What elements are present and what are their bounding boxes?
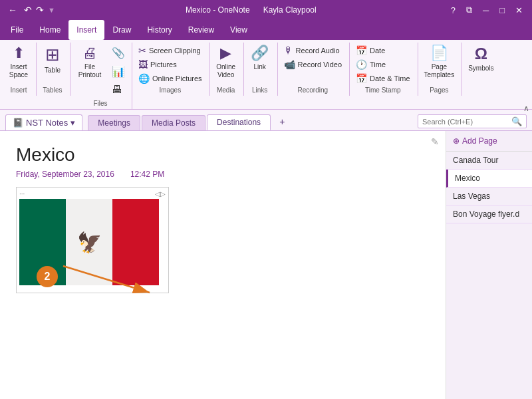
note-area: ✎ Mexico Friday, September 23, 2016 12:4… [0, 131, 446, 399]
images-col: ✂ Screen Clipping 🖼 Pictures 🌐 Online Pi… [135, 43, 205, 85]
online-video-button[interactable]: ▶ OnlineVideo [213, 43, 239, 81]
page-templates-button[interactable]: 📄 PageTemplates [421, 43, 458, 81]
ribbon-group-timestamp: 📅 Date 🕐 Time 📅 Date & Time Time Stamp [350, 43, 418, 96]
title-bar: ← ↶ ↷ ▼ Mexico - OneNote Kayla Claypool … [0, 0, 532, 20]
date-icon: 📅 [356, 45, 367, 56]
ribbon: ⬆ InsertSpace Insert ⊞ Table Tables 🖨 Fi… [0, 40, 532, 110]
title-bar-left: ← ↶ ↷ ▼ [5, 3, 55, 17]
notebook-dropdown-icon: ▾ [70, 118, 75, 128]
annotation-badge: 2 [37, 266, 58, 287]
search-icon: 🔍 [511, 116, 522, 126]
online-pictures-button[interactable]: 🌐 Online Pictures [135, 72, 205, 85]
date-button[interactable]: 📅 Date [352, 44, 414, 57]
maximize-button[interactable]: □ [495, 4, 509, 17]
menu-insert[interactable]: Insert [68, 20, 104, 40]
record-video-button[interactable]: 📹 Record Video [281, 58, 345, 71]
add-page-icon: ⊕ [453, 136, 460, 146]
notebook-icon: 📓 [13, 118, 23, 128]
menu-home[interactable]: Home [31, 20, 68, 40]
images-group-label: Images [135, 85, 205, 96]
online-pictures-icon: 🌐 [138, 73, 150, 84]
spreadsheet-button[interactable]: 📊 [109, 63, 128, 80]
sidebar-page-las-vegas[interactable]: Las Vegas [446, 188, 532, 205]
arrow-annotation [57, 259, 163, 299]
pages-group-label: Pages [421, 85, 458, 96]
ribbon-group-media: ▶ OnlineVideo Media [210, 43, 244, 96]
insert-space-icon: ⬆ [13, 45, 25, 62]
table-button[interactable]: ⊞ Table [39, 43, 66, 76]
note-date: Friday, September 23, 2016 12:42 PM [16, 170, 430, 179]
notebook-label: NST Notes [26, 118, 68, 128]
media-group-label: Media [213, 85, 239, 96]
attach-file-button[interactable]: 📎 [109, 44, 128, 62]
close-button[interactable]: ✕ [511, 4, 527, 17]
minimize-button[interactable]: ─ [479, 4, 493, 17]
link-icon: 🔗 [251, 45, 269, 62]
add-tab-button[interactable]: + [272, 113, 292, 130]
back-button[interactable]: ← [5, 3, 20, 17]
tab-media-posts[interactable]: Media Posts [142, 115, 205, 130]
record-audio-button[interactable]: 🎙 Record Audio [281, 44, 345, 57]
title-bar-controls: ? ⧉ ─ □ ✕ [447, 3, 527, 17]
insert-space-button[interactable]: ⬆ InsertSpace [5, 43, 32, 81]
note-date-text: Friday, September 23, 2016 [16, 170, 114, 179]
microphone-icon: 🎙 [284, 45, 293, 56]
printout-btn2[interactable]: 🖶 [109, 81, 128, 98]
ribbon-group-symbols: Ω Symbols [462, 43, 501, 96]
recording-group-label: Recording [281, 85, 345, 96]
video-icon: ▶ [220, 45, 231, 62]
insert-group-label: Insert [5, 85, 32, 96]
ribbon-collapse-button[interactable]: ∧ [523, 104, 529, 113]
table-icon: ⊞ [45, 45, 60, 65]
tab-meetings[interactable]: Meetings [88, 115, 140, 130]
note-image[interactable]: ··· ◁▷ 🦅 2 [16, 187, 169, 293]
main-area: ✎ Mexico Friday, September 23, 2016 12:4… [0, 131, 532, 399]
sidebar-page-canada-tour[interactable]: Canada Tour [446, 152, 532, 170]
menu-view[interactable]: View [222, 20, 255, 40]
restore-button[interactable]: ⧉ [462, 3, 476, 17]
sidebar-page-mexico[interactable]: Mexico [446, 170, 532, 188]
timestamp-group-label: Time Stamp [352, 85, 414, 96]
notebook-name[interactable]: 📓 NST Notes ▾ [5, 114, 82, 130]
omega-icon: Ω [475, 45, 487, 63]
menu-bar: File Home Insert Draw History Review Vie… [0, 20, 532, 40]
datetime-icon: 📅 [356, 73, 367, 84]
symbols-button[interactable]: Ω Symbols [465, 43, 497, 74]
tables-group-label: Tables [39, 85, 66, 96]
sidebar-page-bon-voyage[interactable]: Bon Voyage flyer.d [446, 205, 532, 223]
menu-review[interactable]: Review [180, 20, 222, 40]
notebook-bar: 📓 NST Notes ▾ Meetings Media Posts Desti… [0, 110, 532, 131]
undo-button[interactable]: ↶ [24, 5, 32, 15]
file-printout-button[interactable]: 🖨 FilePrintout [73, 43, 106, 81]
search-box: 🔍 [418, 114, 527, 128]
menu-file[interactable]: File [3, 20, 31, 40]
clock-icon: 🕐 [356, 59, 367, 70]
attach-col: 📎 📊 🖶 [109, 43, 128, 98]
edit-page-icon[interactable]: ✎ [431, 136, 439, 147]
time-button[interactable]: 🕐 Time [352, 58, 414, 71]
datetime-button[interactable]: 📅 Date & Time [352, 72, 414, 85]
screen-clipping-button[interactable]: ✂ Screen Clipping [135, 44, 205, 57]
add-page-label: Add Page [462, 136, 497, 146]
page-tabs: Meetings Media Posts Destinations + [88, 113, 418, 130]
menu-draw[interactable]: Draw [104, 20, 139, 40]
menu-history[interactable]: History [139, 20, 180, 40]
timestamp-col: 📅 Date 🕐 Time 📅 Date & Time [352, 43, 414, 85]
pictures-icon: 🖼 [138, 59, 148, 70]
templates-icon: 📄 [430, 45, 448, 62]
pictures-button[interactable]: 🖼 Pictures [135, 58, 205, 71]
note-title: Mexico [16, 144, 430, 166]
link-button[interactable]: 🔗 Link [247, 43, 273, 72]
redo-button[interactable]: ↷ [36, 5, 44, 15]
printout-icon: 🖨 [82, 45, 97, 62]
ribbon-group-recording: 🎙 Record Audio 📹 Record Video Recording [278, 43, 350, 96]
recording-col: 🎙 Record Audio 📹 Record Video [281, 43, 345, 71]
help-button[interactable]: ? [447, 4, 460, 17]
right-sidebar: ⊕ Add Page Canada Tour Mexico Las Vegas … [446, 131, 532, 399]
add-page-button[interactable]: ⊕ Add Page [446, 131, 532, 152]
image-toolbar: ··· ◁▷ [19, 190, 166, 198]
tab-destinations[interactable]: Destinations [207, 114, 271, 130]
search-input[interactable] [422, 118, 509, 126]
ribbon-group-images: ✂ Screen Clipping 🖼 Pictures 🌐 Online Pi… [132, 43, 210, 96]
files-group-label: Files [73, 98, 128, 109]
